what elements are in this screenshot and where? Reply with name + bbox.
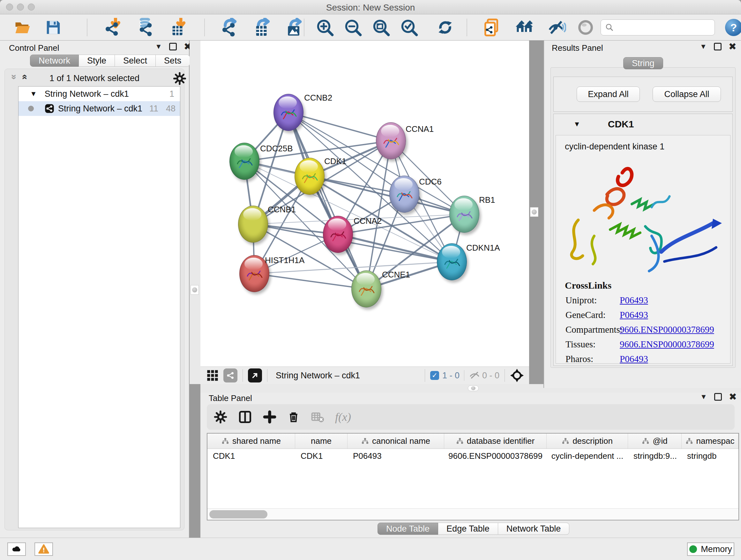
protein-node-rb1[interactable] [449, 196, 479, 233]
memory-status-dot [689, 545, 697, 553]
results-panel-close-button[interactable]: ✖ [729, 43, 737, 51]
crosslink-row: Compartments:9606.ENSP00000378699 [556, 322, 730, 337]
results-panel-maximize-button[interactable] [714, 43, 722, 51]
crosslink-link[interactable]: 9606.ENSP00000378699 [620, 339, 714, 350]
crosslink-link[interactable]: 9606.ENSP00000378699 [620, 324, 714, 335]
protein-node-ccnb2[interactable] [273, 94, 304, 131]
protein-node-ccna1[interactable] [376, 122, 406, 159]
tree-expander-icon[interactable]: ▼ [30, 90, 37, 98]
table-horizontal-scrollbar[interactable] [207, 508, 738, 520]
network-view-title: String Network – cdk1 [276, 371, 360, 381]
table-options-gear-icon[interactable] [214, 410, 227, 424]
tab-node-table[interactable]: Node Table [378, 523, 438, 535]
protein-node-ccnb1[interactable] [238, 206, 268, 243]
import-network-icon[interactable] [103, 17, 122, 38]
annotations-icon[interactable] [482, 17, 502, 38]
export-table-icon[interactable] [253, 17, 272, 38]
section-expander-icon[interactable]: ▼ [574, 120, 581, 128]
table-panel-float-button[interactable]: ▼ [700, 393, 707, 401]
export-network-icon[interactable] [219, 17, 239, 38]
tab-edge-table[interactable]: Edge Table [438, 523, 498, 535]
open-session-icon[interactable] [13, 17, 32, 38]
show-all-icon[interactable] [577, 17, 594, 38]
tab-select[interactable]: Select [115, 55, 156, 67]
search-input[interactable] [601, 19, 715, 36]
column-header-namespac[interactable]: namespac [682, 434, 738, 449]
refresh-icon[interactable] [436, 17, 454, 38]
control-panel-title: Control Panel [9, 43, 59, 53]
selected-items-checkbox[interactable]: ✓ [430, 371, 439, 380]
crosslink-link[interactable]: P06493 [620, 354, 648, 364]
table-row[interactable]: CDK1CDK1P064939606.ENSP00000378699cyclin… [207, 449, 738, 463]
table-panel-maximize-button[interactable] [714, 393, 722, 401]
control-panel-tab-bar: NetworkStyleSelectSets [30, 55, 190, 67]
column-header-canonical-name[interactable]: canonical name [347, 434, 444, 449]
network-edge[interactable] [338, 234, 452, 262]
crosslink-link[interactable]: P06493 [620, 310, 648, 320]
column-header-description[interactable]: description [547, 434, 628, 449]
birdseye-view-icon[interactable] [510, 368, 524, 382]
warning-button[interactable] [35, 543, 53, 556]
tab-sets[interactable]: Sets [156, 55, 190, 67]
scrollbar-thumb[interactable] [209, 510, 267, 518]
crosslink-row: Tissues:9606.ENSP00000378699 [556, 337, 730, 352]
results-panel-float-button[interactable]: ▼ [700, 43, 707, 51]
tab-style[interactable]: Style [79, 55, 115, 67]
detach-view-icon[interactable] [248, 368, 262, 382]
tab-network[interactable]: Network [30, 55, 79, 67]
network-canvas[interactable]: CCNB2CCNA1CDC25BCDK1CDC6RB1CCNB1CCNA2CDK… [200, 41, 529, 367]
zoom-out-icon[interactable] [344, 17, 362, 38]
protein-node-cdkn1a[interactable] [437, 243, 467, 280]
network-collection-row[interactable]: ▼ String Network – cdk1 1 [18, 86, 180, 101]
collapse-all-button[interactable]: Collapse All [653, 86, 721, 102]
export-image-icon[interactable] [285, 17, 304, 38]
protein-node-cdc25b[interactable] [229, 143, 259, 180]
cell-name[interactable]: CDK1 [295, 449, 347, 463]
network-options-gear-icon[interactable] [173, 72, 186, 85]
help-button[interactable]: ? [725, 19, 741, 36]
cell-shared-name[interactable]: CDK1 [207, 449, 295, 463]
add-column-icon[interactable] [263, 410, 276, 424]
grid-view-icon[interactable] [206, 369, 219, 382]
cell-namespac[interactable]: stringdb [682, 449, 738, 463]
column-header-shared-name[interactable]: shared name [207, 434, 295, 449]
column-header-database-identifier[interactable]: database identifier [444, 434, 547, 449]
gene-section-header[interactable]: ▼ CDK1 [554, 114, 732, 134]
control-panel-float-button[interactable]: ▼ [155, 43, 162, 51]
cell-canonical-name[interactable]: P06493 [347, 449, 444, 463]
column-header--id[interactable]: @id [628, 434, 682, 449]
network-edge[interactable] [254, 273, 366, 289]
cloud-button[interactable] [7, 543, 26, 556]
tab-string[interactable]: String [623, 57, 663, 69]
expand-all-button[interactable]: Expand All [577, 86, 640, 102]
cell--id[interactable]: stringdb:9... [628, 449, 682, 463]
toolbar-separator [87, 19, 87, 36]
results-panel-title: Results Panel [552, 43, 603, 53]
import-table-icon[interactable] [169, 17, 187, 38]
protein-node-ccna2[interactable] [323, 216, 353, 253]
zoom-in-icon[interactable] [316, 17, 334, 38]
single-view-icon[interactable] [223, 368, 238, 382]
table-panel-close-button[interactable]: ✖ [729, 393, 737, 401]
network-list: ▼ String Network – cdk1 1 String Network… [18, 86, 180, 528]
save-session-icon[interactable] [45, 17, 62, 38]
tab-network-table[interactable]: Network Table [498, 523, 569, 535]
import-database-icon[interactable] [135, 17, 154, 38]
control-panel-maximize-button[interactable] [169, 43, 177, 51]
hide-selection-icon[interactable] [546, 17, 566, 38]
first-neighbors-icon[interactable] [515, 17, 535, 38]
protein-node-cdk1[interactable] [294, 158, 325, 195]
cell-database-identifier[interactable]: 9606.ENSP00000378699 [444, 449, 547, 463]
delete-column-icon[interactable] [287, 411, 300, 423]
protein-node-cdc6[interactable] [389, 176, 419, 212]
memory-button[interactable]: Memory [687, 543, 734, 556]
zoom-selected-icon[interactable] [400, 17, 418, 38]
protein-node-ccne1[interactable] [351, 270, 381, 307]
network-row-selected[interactable]: String Network – cdk1 11 48 [18, 101, 180, 116]
show-columns-icon[interactable] [238, 410, 252, 424]
zoom-fit-icon[interactable] [372, 17, 390, 38]
crosslink-link[interactable]: P06493 [620, 295, 648, 306]
left-splitter[interactable] [190, 41, 200, 384]
column-header-name[interactable]: name [295, 434, 347, 449]
cell-description[interactable]: cyclin-dependent ... [547, 449, 628, 463]
